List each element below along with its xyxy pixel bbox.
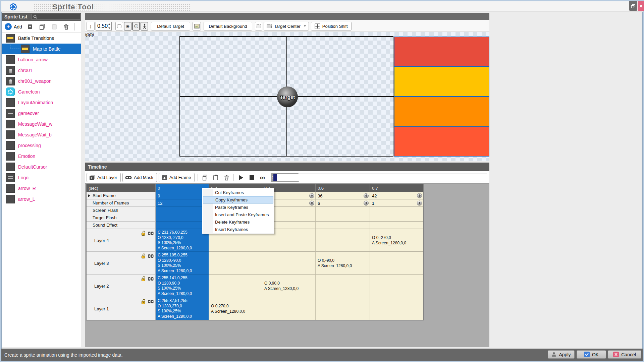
show-character-toggle[interactable] [141,22,148,31]
column-header-0[interactable]: 0 [156,184,209,192]
goggles-icon[interactable] [148,277,154,282]
cancel-button[interactable]: Cancel [608,350,641,359]
sprite-item-messagewait-b[interactable]: MessageWait_b [2,129,81,140]
play-button[interactable] [236,173,245,182]
apply-button[interactable]: Apply [548,350,575,359]
paste-keyframes-button[interactable] [211,173,220,182]
cell-screen-flash-0.6[interactable] [316,207,370,214]
cell-screen-flash-0[interactable] [156,207,209,214]
goggles-icon[interactable] [148,254,154,259]
sprite-item-map-to-battle[interactable]: Map to Battle [2,44,81,54]
sprite-search-input[interactable] [32,14,80,20]
cell-sound-effect-0.7[interactable] [370,222,423,229]
cell-start-frame-0.6[interactable]: 36 [316,192,370,199]
sprite-item-balloon-arrow[interactable]: balloon_arrow [2,54,81,65]
cell-layer3-0.2[interactable] [209,252,262,275]
ok-button[interactable]: OK [577,350,606,359]
fit-view-button[interactable]: ↕ [87,22,95,31]
cell-target-flash-0.7[interactable] [370,214,423,222]
cell-layer2-0.7[interactable] [370,275,423,297]
sprite-item-gameicon[interactable]: GameIcon [2,86,81,97]
menu-item-delete-keyframes[interactable]: Delete Keyframes [203,218,273,226]
sprite-item-gameover[interactable]: gameover [2,108,81,119]
goggles-icon[interactable] [148,300,154,305]
cell-layer1-0.7[interactable] [370,297,423,320]
menu-item-paste-keyframes[interactable]: Paste Keyframes [203,203,273,211]
cell-layer1-0.6[interactable] [316,297,370,320]
cell-spinner[interactable] [417,193,422,198]
layer4-color-bar[interactable] [394,37,489,66]
column-header-0.7[interactable]: 0.7 [370,184,423,192]
keyframe-layer4-0[interactable]: C 231,76,60,255 O 1280,-270,0 S 100%,25%… [156,229,209,252]
pick-target-image-button[interactable] [193,22,201,31]
keyframe-layer3-0[interactable]: C 255,195,0,255 O 1280,-90,0 S 100%,25% … [156,252,209,275]
column-header-0.6[interactable]: 0.6 [316,184,370,192]
delete-sprite-button[interactable] [62,23,70,31]
row-header-layer3[interactable]: Layer 3 [87,252,156,275]
lock-icon[interactable] [141,231,146,237]
cell-layer2-0.6[interactable] [316,275,370,297]
sprite-item-messagewait-w[interactable]: MessageWait_w [2,119,81,129]
keyframe-layer2-0.4[interactable]: O 0,90,0 A Screen_1280,0,0 [262,275,316,297]
keyframe-layer2-0[interactable]: C 255,141,0,255 O 1280,90,0 S 100%,25% A… [156,275,209,297]
keyframe-layer3-0.6[interactable]: O 0,-90,0 A Screen_1280,0,0 [316,252,370,275]
target-handle[interactable]: Target [277,86,298,107]
add-layer-button[interactable]: Add Layer [87,173,121,182]
cell-layer2-0.2[interactable] [209,275,262,297]
cell-sound-effect-0[interactable] [156,222,209,229]
cell-layer3-0.7[interactable] [370,252,423,275]
sprite-item-emotion[interactable]: Emotion [2,151,81,162]
layer2-color-bar[interactable] [394,97,489,127]
target-center-dropdown[interactable]: Target Center [264,22,309,31]
timeline-seekbar[interactable] [273,174,487,181]
goggles-icon[interactable] [148,231,154,236]
zoom-spinner[interactable] [107,22,111,30]
add-mask-button[interactable]: Add Mask [122,173,157,182]
cell-spinner[interactable] [309,193,314,198]
cell-frames-0.6[interactable]: 6 [316,199,370,207]
add-frame-button[interactable]: Add Frame [159,173,195,182]
zoom-level-input[interactable]: 0.50 [96,22,112,31]
cell-spinner[interactable] [364,193,369,198]
show-frame-toggle[interactable] [115,22,123,31]
menu-item-copy-keyframes[interactable]: Copy Keyframes [203,196,273,203]
show-info-toggle[interactable]: i [132,22,140,31]
lock-icon[interactable] [141,276,146,283]
menu-item-cut-keyframes[interactable]: Cut Keyframes [203,189,273,196]
cell-spinner[interactable] [417,200,422,205]
keyframe-layer1-0[interactable]: C 255,87,51,255 O 1280,270,0 S 100%,25% … [156,297,209,320]
sprite-item-processing[interactable]: processing [2,140,81,151]
cell-frames-0.7[interactable]: 1 [370,199,423,207]
sprite-item-chr001[interactable]: chr001 [2,65,81,76]
close-window-button[interactable]: ✕ [638,1,644,11]
cell-target-flash-0[interactable] [156,214,209,222]
lock-icon[interactable] [141,299,146,305]
background-frame-button[interactable] [255,22,262,31]
sprite-item-logo[interactable]: Logo [2,172,81,183]
cell-layer1-0.4[interactable] [262,297,316,320]
sprite-item-chr001-weapon[interactable]: chr001_weapon [2,76,81,86]
cell-frames-0[interactable]: 12 [156,199,209,207]
row-header-layer4[interactable]: Layer 4 [87,229,156,252]
cell-start-frame-0[interactable]: 0 [156,192,209,199]
playhead-handle[interactable] [273,174,277,181]
menu-item-insert-keyframes[interactable]: Insert Keyframes [203,226,273,233]
cell-layer3-0.4[interactable] [262,252,316,275]
sprite-item-arrow-r[interactable]: arrow_R [2,183,81,194]
sprite-item-layoutanimation[interactable]: LayoutAnimation [2,97,81,108]
cell-screen-flash-0.7[interactable] [370,207,423,214]
cell-spinner[interactable] [309,200,314,205]
copy-keyframes-button[interactable] [201,173,209,182]
lock-icon[interactable] [141,253,146,260]
sprite-item-defaultcursor[interactable]: DefaultCursor [2,162,81,172]
delete-keyframes-button[interactable] [222,173,231,182]
stop-button[interactable] [247,173,256,182]
row-header-layer1[interactable]: Layer 1 [87,297,156,320]
copy-sprite-button[interactable] [38,23,46,31]
default-background-button[interactable]: Default Background [204,22,252,31]
restore-window-button[interactable] [629,1,637,11]
cell-layer4-0.6[interactable] [316,229,370,252]
position-shift-button[interactable]: Position Shift [311,22,352,31]
keyframe-layer1-0.2[interactable]: O 0,270,0 A Screen_1280,0,0 [209,297,262,320]
cell-target-flash-0.6[interactable] [316,214,370,222]
